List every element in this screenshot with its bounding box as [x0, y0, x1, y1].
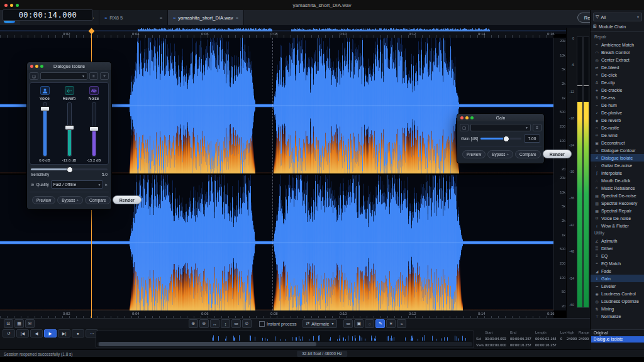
compare-button[interactable]: Compare — [85, 196, 111, 204]
preview-button[interactable]: Preview — [32, 196, 55, 204]
preview-button[interactable]: Preview — [462, 150, 486, 158]
module-item-de-ess[interactable]: §De-ess — [591, 94, 644, 101]
magic-wand-icon[interactable]: ∗ — [386, 319, 396, 328]
tab-close-icon[interactable]: × — [160, 15, 163, 21]
di-slider-handle[interactable] — [89, 126, 99, 131]
module-item-ambience-match[interactable]: ≈Ambience Match — [591, 41, 644, 48]
layout-icon[interactable]: ▦ — [14, 319, 24, 328]
record-button[interactable]: ● — [72, 329, 84, 337]
module-item-de-hum[interactable]: ~De-hum — [591, 101, 644, 109]
file-tab-rx8-5[interactable]: ≈RX8 5× — [99, 10, 168, 25]
zoom-reset-icon[interactable]: ⊙ — [242, 319, 252, 328]
help-icon[interactable]: ? — [100, 72, 109, 80]
module-item-normalize[interactable]: ⊤Normalize — [591, 312, 644, 320]
history-item-original[interactable]: Original — [591, 330, 644, 336]
module-item-loudness-optimize[interactable]: ◎Loudness Optimize — [591, 297, 644, 305]
di-slider-handle[interactable] — [65, 125, 74, 130]
render-button[interactable]: Render — [113, 195, 142, 204]
sensitivity-handle[interactable] — [67, 167, 73, 173]
module-item-spectral-de-noise[interactable]: ▤Spectral De-noise — [591, 192, 644, 199]
module-chain-item[interactable]: ⊞ Module Chain — [593, 23, 642, 30]
find-similar-icon[interactable]: ≈ — [397, 319, 406, 328]
module-item-voice-de-noise[interactable]: ΩVoice De-noise — [591, 214, 644, 222]
time-select-icon[interactable]: ▭ — [343, 319, 353, 328]
module-item-spectral-repair[interactable]: ▦Spectral Repair — [591, 207, 644, 214]
scrollbar-handle[interactable] — [99, 342, 316, 346]
zoom-fit-vertical-icon[interactable]: ↕ — [221, 319, 230, 328]
sensitivity-slider[interactable] — [31, 168, 108, 170]
gain-value-field[interactable]: 7.00 — [524, 134, 540, 143]
alternate-dropdown[interactable]: ⇄ Alternate ▼ — [303, 319, 337, 328]
di-slider-track-noise[interactable] — [92, 102, 96, 156]
gain-slider[interactable] — [480, 138, 521, 140]
render-button[interactable]: Render — [543, 150, 572, 158]
module-item-de-click[interactable]: ×De-click — [591, 71, 644, 79]
module-item-breath-control[interactable]: ◠Breath Control — [591, 48, 644, 56]
zoom-fit-horizontal-icon[interactable]: ↔ — [210, 319, 219, 328]
file-tab-yamashita-short-dia-wav[interactable]: ≈yamashita_short_DIA.wav× — [168, 10, 244, 25]
module-item-interpolate[interactable]: ∫Interpolate — [591, 169, 644, 177]
module-item-leveler[interactable]: ≃Leveler — [591, 282, 644, 290]
advanced-toggle-icon[interactable]: ▸ — [105, 182, 108, 187]
bookmark-icon[interactable]: ❏ — [460, 124, 469, 131]
module-item-dialogue-isolate[interactable]: ♫Dialogue Isolate — [591, 154, 644, 162]
play-button[interactable]: ▶ — [44, 329, 57, 337]
module-item-de-reverb[interactable]: ◆De-reverb — [591, 116, 644, 124]
menu-icon[interactable]: ≡ — [89, 72, 98, 80]
snapshot-icon[interactable]: ⊡ — [4, 319, 13, 328]
module-item-gain[interactable]: ↕Gain — [591, 275, 644, 282]
module-item-guitar-de-noise[interactable]: ♩Guitar De-noise — [591, 162, 644, 169]
time-ruler-top[interactable]: 0:020:040:060:080:100:120:140:16 — [0, 31, 553, 38]
module-item-mouth-de-click[interactable]: ∴Mouth De-click — [591, 177, 644, 184]
module-item-loudness-control[interactable]: ◉Loudness Control — [591, 290, 644, 297]
module-item-fade[interactable]: ◢Fade — [591, 267, 644, 275]
menu-icon[interactable]: ≡ — [533, 124, 541, 131]
compare-button[interactable]: Compare — [515, 150, 541, 158]
comment-icon[interactable]: ✉ — [25, 319, 35, 328]
horizontal-scrollbar[interactable] — [97, 342, 472, 346]
preset-dropdown[interactable]: ▼ — [470, 124, 531, 131]
gain-titlebar[interactable]: Gain — [457, 114, 544, 121]
module-item-eq-match[interactable]: =EQ Match — [591, 260, 644, 267]
go-to-start-button[interactable]: |◀ — [16, 329, 29, 337]
module-item-mixing[interactable]: ⇅Mixing — [591, 305, 644, 312]
time-frequency-select-icon[interactable]: ▣ — [354, 319, 364, 328]
zoom-in-icon[interactable]: ⊕ — [189, 319, 198, 328]
selection-boundary-line[interactable] — [272, 38, 273, 310]
gain-slider-handle[interactable] — [503, 136, 509, 142]
lasso-select-icon[interactable]: ◌ — [365, 319, 374, 328]
go-to-end-button[interactable]: ▶| — [58, 329, 70, 337]
brush-select-icon[interactable]: ✎ — [375, 319, 385, 328]
module-item-dialogue-contour[interactable]: ≋Dialogue Contour — [591, 146, 644, 154]
module-item-de-plosive[interactable]: ♪De-plosive — [591, 109, 644, 116]
quality-dropdown[interactable]: Fast / Offline ▼ — [51, 180, 104, 189]
tab-close-icon[interactable]: × — [235, 15, 238, 21]
history-item-dialogue-isolate[interactable]: Dialogue Isolate — [591, 336, 644, 343]
module-filter-dropdown[interactable]: ▽ All ▼ — [593, 13, 642, 21]
module-item-de-clip[interactable]: ΔDe-clip — [591, 79, 644, 86]
step-back-button[interactable]: ◀ — [30, 329, 43, 337]
module-item-de-wind[interactable]: ∞De-wind — [591, 131, 644, 139]
zoom-selection-icon[interactable]: ▭ — [231, 319, 241, 328]
scroll-strip[interactable] — [96, 331, 474, 348]
preset-dropdown[interactable]: ▼ — [40, 72, 87, 80]
bypass-button[interactable]: Bypass+ — [57, 196, 83, 204]
module-item-eq[interactable]: ≡EQ — [591, 252, 644, 260]
module-item-azimuth[interactable]: ∠Azimuth — [591, 237, 644, 244]
level-meters[interactable]: 0-6-12-18-24-30-36-42-48-54-60 — [566, 28, 591, 327]
di-slider-track-reverb[interactable] — [67, 102, 72, 156]
bookmark-icon[interactable]: ❏ — [30, 72, 38, 80]
zoom-out-icon[interactable]: ⊖ — [199, 319, 209, 328]
module-item-music-rebalance[interactable]: ♬Music Rebalance — [591, 184, 644, 192]
module-item-de-rustle[interactable]: ∩De-rustle — [591, 124, 644, 131]
loop-button[interactable]: ↺ — [3, 329, 15, 337]
module-item-spectral-recovery[interactable]: ▥Spectral Recovery — [591, 199, 644, 207]
instant-process-checkbox[interactable] — [259, 321, 265, 327]
bypass-button[interactable]: Bypass+ — [487, 150, 513, 158]
module-item-dither[interactable]: ▒Dither — [591, 244, 644, 252]
di-slider-handle[interactable] — [40, 106, 50, 111]
module-item-deconstruct[interactable]: ▣Deconstruct — [591, 139, 644, 146]
dialogue-isolate-titlebar[interactable]: Dialogue Isolate — [27, 62, 111, 70]
module-item-wow-flutter[interactable]: ≀Wow & Flutter — [591, 222, 644, 229]
module-item-de-bleed[interactable]: ⇄De-bleed — [591, 63, 644, 71]
